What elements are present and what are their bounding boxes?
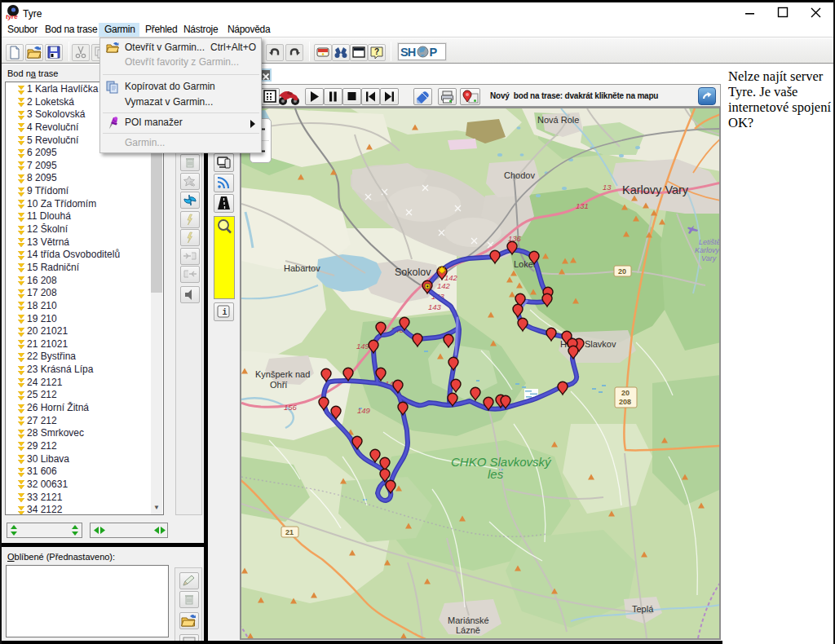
svg-text:Nová Role: Nová Role [537,115,579,125]
svg-text:Teplá: Teplá [632,604,654,614]
svg-text:Letiště: Letiště [699,238,719,246]
svg-text:149: 149 [357,406,371,415]
svg-text:les: les [488,467,504,481]
svg-text:Ohří: Ohří [270,380,287,390]
svg-text:Chodov: Chodov [504,170,535,180]
svg-text:208: 208 [619,398,631,406]
svg-text:Lázně: Lázně [456,625,480,635]
svg-text:142: 142 [437,281,451,290]
svg-text:149: 149 [356,342,370,351]
svg-text:131: 131 [576,201,589,210]
svg-text:Mariánské: Mariánské [448,615,489,625]
svg-text:P: P [430,46,438,59]
svg-text:Habartov: Habartov [284,263,320,273]
svg-text:Karlovy: Karlovy [695,246,719,254]
svg-text:143: 143 [428,302,442,311]
svg-text:SH: SH [400,46,416,59]
svg-text:Kynšperk nad: Kynšperk nad [255,369,310,379]
svg-text:21: 21 [285,528,294,536]
svg-text:156: 156 [284,403,298,412]
svg-text:20: 20 [621,389,630,397]
svg-text:13: 13 [603,183,612,192]
svg-text:Karlovy Vary: Karlovy Vary [622,183,689,196]
svg-text:Sokolov: Sokolov [395,267,431,278]
svg-text:Vary: Vary [701,254,717,262]
svg-text:tyre: tyre [6,13,18,20]
svg-text:20: 20 [618,267,626,276]
svg-text:i: i [223,308,228,317]
svg-text:?: ? [374,47,379,56]
